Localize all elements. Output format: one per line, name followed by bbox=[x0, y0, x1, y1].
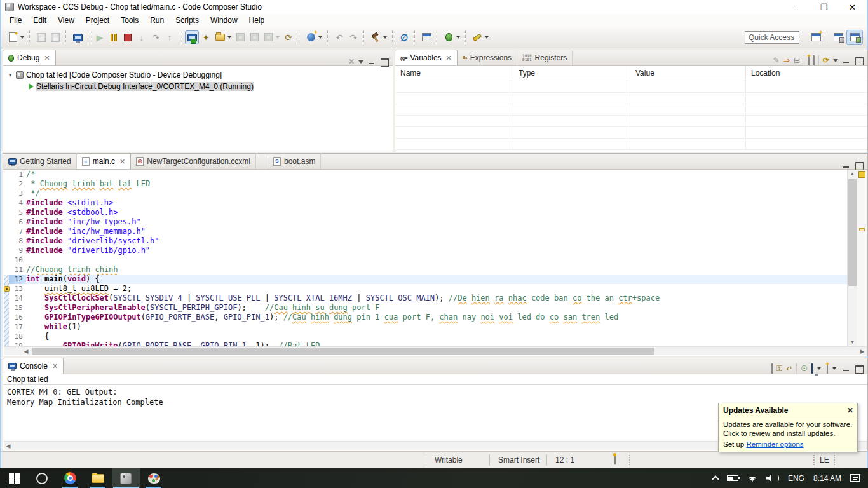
ccs-edit-perspective-button[interactable] bbox=[830, 30, 846, 45]
minimize-view-icon[interactable] bbox=[842, 57, 851, 64]
tab-registers[interactable]: 10100101 Registers bbox=[517, 50, 573, 65]
minimize-view-icon[interactable] bbox=[842, 161, 851, 169]
tab-variables[interactable]: (x)= Variables ✕ bbox=[395, 50, 458, 65]
restore-window-button[interactable]: ❐ bbox=[810, 0, 838, 14]
resume-button[interactable]: ▶ bbox=[93, 30, 107, 44]
clean-button[interactable]: ∅ bbox=[397, 30, 411, 44]
debug-launch-button[interactable] bbox=[442, 30, 456, 44]
scrollbar-thumb[interactable] bbox=[32, 348, 654, 355]
table-row[interactable] bbox=[395, 104, 867, 116]
overview-ruler[interactable] bbox=[857, 170, 867, 346]
taskbar-paint-button[interactable] bbox=[140, 468, 168, 488]
add-global-variables-icon[interactable]: ⇒ bbox=[783, 57, 790, 64]
open-element-button[interactable] bbox=[419, 30, 433, 44]
start-button[interactable] bbox=[0, 468, 28, 488]
display-console-icon[interactable] bbox=[811, 365, 813, 372]
flash-erase-button[interactable] bbox=[233, 30, 247, 44]
flash-dropdown-icon[interactable] bbox=[276, 36, 280, 39]
view-menu-icon[interactable] bbox=[358, 60, 363, 64]
scroll-left-icon[interactable]: ◀ bbox=[4, 442, 13, 451]
new-project-dropdown-icon[interactable] bbox=[318, 36, 322, 39]
suspend-button[interactable] bbox=[107, 30, 121, 44]
expand-arrow-icon[interactable]: ▾ bbox=[7, 72, 13, 78]
tab-expressions[interactable]: 6x Expressions bbox=[458, 50, 517, 65]
taskbar-explorer-button[interactable] bbox=[84, 468, 112, 488]
flash-settings-button[interactable] bbox=[261, 30, 275, 44]
maximize-view-icon[interactable] bbox=[380, 58, 389, 65]
open-console-icon[interactable]: ✦ bbox=[827, 365, 828, 372]
new-target-button[interactable]: ✦ bbox=[199, 30, 213, 44]
step-into-button[interactable]: ↓ bbox=[135, 30, 149, 44]
reminder-options-link[interactable]: Reminder options bbox=[746, 440, 803, 448]
terminate-button[interactable] bbox=[121, 30, 135, 44]
open-perspective-button[interactable]: ✦ bbox=[808, 30, 824, 45]
new-file-button[interactable]: ✦ bbox=[6, 30, 20, 44]
pin-console-icon[interactable]: ☉ bbox=[801, 365, 808, 372]
column-header-location[interactable]: Location bbox=[746, 66, 867, 81]
menu-help[interactable]: Help bbox=[243, 15, 271, 26]
load-program-button[interactable] bbox=[213, 30, 227, 44]
volume-icon[interactable] bbox=[766, 475, 779, 482]
tab-console[interactable]: Console ✕ bbox=[3, 358, 64, 374]
code-editor[interactable]: 1/*2 * Chuong trinh bat tat LED3 */4#inc… bbox=[4, 170, 867, 346]
build-dropdown-icon[interactable] bbox=[383, 36, 387, 39]
warning-icon[interactable] bbox=[4, 286, 10, 292]
editor-vertical-scrollbar[interactable]: ▲ ▼ bbox=[847, 170, 857, 346]
menu-tools[interactable]: Tools bbox=[115, 15, 144, 26]
tab-target-configuration[interactable]: ◎ NewTargetConfiguration.ccxml bbox=[131, 153, 256, 169]
remove-all-terminated-icon[interactable]: ✕ bbox=[348, 58, 355, 65]
scroll-lock-icon[interactable]: ⚿ bbox=[776, 365, 782, 372]
tab-main-c[interactable]: c main.c ✕ bbox=[77, 153, 132, 169]
connect-target-button[interactable] bbox=[185, 30, 199, 44]
close-icon[interactable]: ✕ bbox=[44, 54, 50, 62]
show-hidden-icons-icon[interactable] bbox=[712, 475, 719, 482]
save-all-button[interactable] bbox=[48, 30, 62, 44]
pin-editor-icon[interactable] bbox=[614, 455, 616, 464]
maximize-view-icon[interactable] bbox=[855, 365, 864, 372]
scroll-right-icon[interactable]: ▶ bbox=[858, 347, 867, 356]
forward-button[interactable]: ↷ bbox=[346, 30, 360, 44]
scrollbar-thumb[interactable] bbox=[848, 179, 857, 286]
pin-view-icon[interactable] bbox=[813, 57, 815, 64]
close-window-button[interactable]: ✕ bbox=[838, 0, 867, 14]
run-flash-button[interactable] bbox=[470, 30, 484, 44]
collapse-all-icon[interactable]: ⊟ bbox=[794, 57, 800, 64]
annotation-overview-icon[interactable] bbox=[858, 171, 865, 178]
column-header-value[interactable]: Value bbox=[630, 66, 746, 81]
menu-file[interactable]: File bbox=[4, 15, 27, 26]
show-type-names-icon[interactable]: ✎ bbox=[773, 57, 780, 64]
menu-scripts[interactable]: Scripts bbox=[170, 15, 205, 26]
tab-boot-asm[interactable]: S boot.asm bbox=[268, 153, 321, 169]
display-console-dropdown-icon[interactable] bbox=[817, 367, 821, 370]
taskbar-chrome-button[interactable] bbox=[56, 468, 84, 488]
tab-getting-started[interactable]: Getting Started bbox=[3, 153, 77, 169]
scroll-up-icon[interactable]: ▲ bbox=[848, 170, 857, 178]
scroll-left-icon[interactable]: ◀ bbox=[22, 347, 31, 356]
build-button[interactable] bbox=[369, 30, 383, 44]
view-menu-icon[interactable] bbox=[833, 59, 838, 62]
table-row[interactable] bbox=[395, 81, 867, 93]
variables-table[interactable] bbox=[395, 81, 867, 150]
restart-button[interactable]: ⟳ bbox=[281, 30, 295, 44]
taskbar-ccs-button[interactable] bbox=[112, 468, 140, 488]
save-button[interactable] bbox=[34, 30, 48, 44]
column-header-type[interactable]: Type bbox=[513, 66, 630, 81]
run-flash-dropdown-icon[interactable] bbox=[485, 36, 489, 39]
table-row[interactable] bbox=[395, 93, 867, 104]
menu-project[interactable]: Project bbox=[80, 15, 115, 26]
minimize-view-icon[interactable] bbox=[842, 365, 851, 372]
refresh-icon[interactable]: ⟳ bbox=[823, 57, 829, 64]
table-row[interactable] bbox=[395, 116, 867, 127]
debug-launch-dropdown-icon[interactable] bbox=[456, 36, 460, 39]
open-console-dropdown-icon[interactable] bbox=[832, 367, 836, 370]
warning-marker-icon[interactable] bbox=[859, 228, 865, 231]
new-file-dropdown-icon[interactable] bbox=[20, 36, 24, 39]
scroll-down-icon[interactable]: ▼ bbox=[848, 338, 857, 346]
close-icon[interactable]: ✕ bbox=[847, 406, 853, 415]
load-program-dropdown-icon[interactable] bbox=[227, 36, 231, 39]
cortana-button[interactable] bbox=[28, 468, 56, 488]
table-row[interactable] bbox=[395, 139, 867, 150]
editor-horizontal-scrollbar[interactable]: ◀ ▶ bbox=[4, 346, 867, 355]
close-icon[interactable]: ✕ bbox=[119, 158, 125, 166]
menu-window[interactable]: Window bbox=[205, 15, 243, 26]
